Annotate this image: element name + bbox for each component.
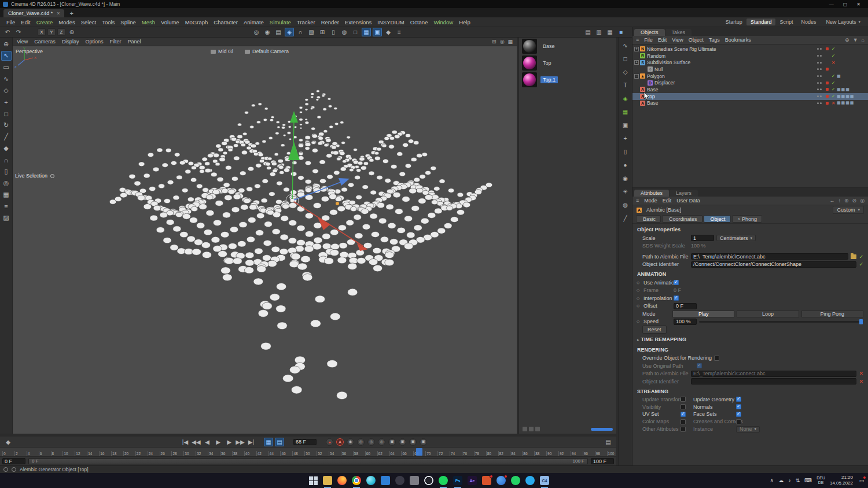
- timeline-ruler[interactable]: 0246810121416182022242628303234363840424…: [0, 448, 616, 457]
- close-button[interactable]: ✕: [856, 2, 860, 7]
- mirror-tool-icon[interactable]: ▯: [1, 167, 12, 176]
- measure-icon[interactable]: ≡: [395, 28, 404, 36]
- axis-tool-icon[interactable]: ◎: [1, 178, 12, 188]
- render-identifier-input[interactable]: [691, 378, 856, 385]
- visibility-dots[interactable]: [815, 55, 824, 57]
- streaming-right-checkbox[interactable]: [736, 412, 741, 417]
- menu-item[interactable]: Simulate: [267, 18, 294, 27]
- magnet-icon[interactable]: ∩: [296, 28, 305, 36]
- quantize-icon[interactable]: ◍: [340, 28, 349, 36]
- tab-coordinates[interactable]: Coordinates: [662, 215, 703, 223]
- filter-icon[interactable]: ▼: [853, 37, 858, 43]
- taskbar-app-dark-icon[interactable]: [395, 476, 404, 485]
- attributes-menu-item[interactable]: User Data: [676, 198, 700, 204]
- menu-item[interactable]: Character: [211, 18, 241, 27]
- key-scale-button[interactable]: ◎: [367, 438, 375, 446]
- tree-row[interactable]: A Base ✕ ▦▦▦▦: [632, 100, 868, 107]
- goto-start-button[interactable]: |◀: [181, 438, 190, 446]
- rectangle-selection-tool-icon[interactable]: ▭: [1, 62, 12, 72]
- modeling-axis-icon[interactable]: +: [620, 134, 631, 143]
- menu-item[interactable]: INSYDIUM: [374, 18, 407, 27]
- use-original-path-checkbox[interactable]: [697, 363, 702, 368]
- tree-row[interactable]: D Displacer ✓: [632, 79, 868, 86]
- knife-tool-icon[interactable]: ◆: [1, 143, 12, 153]
- axis-x-toggle[interactable]: X: [38, 28, 46, 36]
- material-grid-view-icon[interactable]: [529, 427, 534, 431]
- menu-item[interactable]: Select: [78, 18, 99, 27]
- expander-icon[interactable]: +: [634, 47, 639, 51]
- object-manager-menu-item[interactable]: Object: [689, 37, 704, 43]
- axis-z-toggle[interactable]: Z: [57, 28, 65, 36]
- autokey-button[interactable]: A: [336, 438, 344, 446]
- material-preview[interactable]: [522, 72, 537, 87]
- object-name[interactable]: Displacer: [654, 80, 815, 86]
- viewport-menu-item[interactable]: Panel: [127, 39, 141, 45]
- history-back-icon[interactable]: ←: [830, 198, 835, 204]
- material-name[interactable]: Top: [540, 60, 554, 66]
- measure-tool-icon[interactable]: ≡: [1, 201, 12, 211]
- object-tags[interactable]: ▦: [837, 74, 866, 79]
- history-up-icon[interactable]: ↑: [838, 198, 841, 204]
- panel-menu-icon[interactable]: ≡: [636, 37, 639, 43]
- start-button[interactable]: [308, 476, 318, 485]
- layout-item[interactable]: Nodes: [797, 19, 820, 25]
- browse-folder-icon[interactable]: [851, 254, 856, 259]
- object-name[interactable]: Polygon: [647, 73, 815, 79]
- onedrive-icon[interactable]: ☁: [778, 478, 784, 483]
- keyboard-icon[interactable]: ⌨: [804, 478, 812, 483]
- tab-layers[interactable]: Layers: [670, 190, 698, 197]
- grid-snap-icon[interactable]: ▣: [373, 28, 382, 36]
- document-tab[interactable]: Cloner_Wave.c4d * ×: [3, 9, 64, 17]
- keyframe-all-button[interactable]: ◉: [347, 438, 354, 446]
- menu-item[interactable]: Create: [34, 18, 56, 27]
- streaming-left-checkbox[interactable]: [681, 412, 686, 417]
- taskbar-spotify-icon[interactable]: [439, 476, 448, 485]
- preset-dropdown[interactable]: Custom ▾: [833, 206, 864, 214]
- viewport-menu-item[interactable]: Cameras: [34, 39, 56, 45]
- material-scrollbar[interactable]: [591, 428, 613, 431]
- search-icon[interactable]: ⊕: [844, 198, 849, 204]
- object-manager-menu-item[interactable]: Tags: [709, 37, 720, 43]
- object-tags[interactable]: ▦▦▦: [837, 87, 866, 92]
- search-icon[interactable]: ⊕: [845, 37, 849, 43]
- menu-item[interactable]: Volume: [158, 18, 182, 27]
- viewport-solo-icon[interactable]: □: [351, 28, 360, 36]
- home-icon[interactable]: ⌂: [862, 37, 865, 43]
- enable-toggle[interactable]: ✓: [830, 46, 837, 51]
- object-manager-menu-item[interactable]: Bookmarks: [725, 37, 751, 43]
- sphere-icon[interactable]: ●: [620, 160, 631, 169]
- visibility-dots[interactable]: [815, 88, 824, 90]
- taskbar-app-gray-icon[interactable]: [410, 476, 419, 485]
- menu-item[interactable]: Spline: [117, 18, 138, 27]
- viewport-layout-icon[interactable]: ▦: [507, 39, 513, 45]
- render-settings-icon[interactable]: ▤: [274, 28, 283, 36]
- menu-item[interactable]: File: [3, 18, 18, 27]
- mode-pingpong-button[interactable]: Ping Pong: [801, 310, 863, 317]
- network-icon[interactable]: ⇅: [796, 478, 800, 483]
- speed-slider[interactable]: [699, 321, 863, 323]
- mode-loop-button[interactable]: Loop: [737, 310, 799, 317]
- taskbar-mail-icon[interactable]: [482, 476, 491, 485]
- workplane-tool-icon[interactable]: ▨: [1, 213, 12, 223]
- slider-handle[interactable]: [859, 319, 863, 324]
- keyframe-selection-button[interactable]: ▦: [264, 438, 273, 446]
- magnet-tool-icon[interactable]: ∩: [1, 155, 12, 165]
- primitive-cylinder-icon[interactable]: ▯: [620, 147, 631, 156]
- range-end-input[interactable]: 100 F: [591, 458, 614, 464]
- material-detail-view-icon[interactable]: [535, 427, 540, 431]
- taskbar-telegram-icon[interactable]: [525, 476, 535, 485]
- attributes-menu-item[interactable]: Mode: [644, 198, 657, 204]
- language-switcher[interactable]: DEUDE: [816, 476, 825, 485]
- object-tags[interactable]: ▦▦▦▦: [837, 101, 866, 105]
- grid-toggle-icon[interactable]: ▦: [605, 28, 615, 36]
- viewport-menu-item[interactable]: Options: [85, 39, 103, 45]
- enable-toggle[interactable]: ✕: [830, 60, 837, 65]
- layer-chip[interactable]: [826, 88, 829, 91]
- prev-frame-button[interactable]: ◀: [203, 438, 212, 446]
- reset-button[interactable]: Reset: [642, 326, 667, 334]
- tree-row[interactable]: ○ Null: [632, 66, 868, 73]
- attributes-menu-item[interactable]: Edit: [663, 198, 672, 204]
- tree-row[interactable]: − ▲ Polygon ✓ ▦: [632, 73, 868, 80]
- visibility-dots[interactable]: [815, 48, 824, 50]
- layer-chip[interactable]: [826, 68, 829, 71]
